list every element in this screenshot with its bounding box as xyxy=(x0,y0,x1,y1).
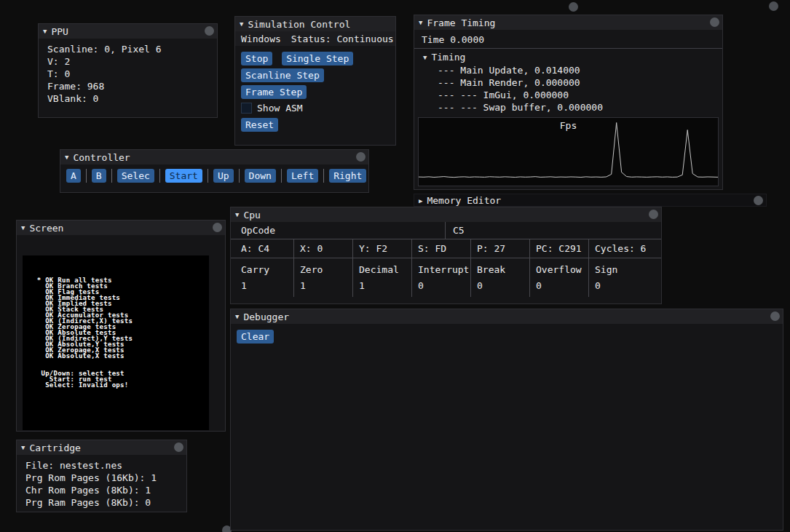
debugger-window: ▼ Debugger Clear xyxy=(230,309,783,531)
timing-item: --- Main Update, 0.014000 xyxy=(414,64,722,76)
scanline-step-button[interactable]: Scanline Step xyxy=(241,68,324,82)
screen-titlebar[interactable]: ▼ Screen xyxy=(17,221,225,235)
controller-select-button[interactable]: Selec xyxy=(117,169,154,183)
ppu-titlebar[interactable]: ▼ PPU xyxy=(39,24,217,39)
collapse-arrow-icon[interactable]: ▼ xyxy=(419,19,422,26)
controller-start-button[interactable]: Start xyxy=(165,169,202,183)
status-label: Status: Continuous xyxy=(291,33,394,44)
cartridge-titlebar[interactable]: ▼ Cartridge xyxy=(17,440,186,455)
flag-sign-value: 0 xyxy=(589,278,648,297)
simulation-control-window: ▼ Simulation Control Windows Status: Con… xyxy=(234,16,396,146)
register-pc: PC: C291 xyxy=(530,239,589,258)
flag-break-label: Break xyxy=(471,258,530,278)
show-asm-label: Show ASM xyxy=(257,103,303,114)
simulation-menubar: Windows Status: Continuous xyxy=(235,31,395,46)
controller-down-button[interactable]: Down xyxy=(245,169,276,183)
controller-left-button[interactable]: Left xyxy=(287,169,318,183)
frame-time-value: Time 0.0000 xyxy=(414,30,722,48)
screen-close-button[interactable] xyxy=(213,223,222,232)
simulation-control-titlebar[interactable]: ▼ Simulation Control xyxy=(235,17,395,31)
flag-overflow-value: 0 xyxy=(530,278,589,297)
collapse-arrow-icon[interactable]: ▼ xyxy=(21,444,25,451)
collapse-arrow-icon[interactable]: ▼ xyxy=(423,51,427,64)
ppu-window: ▼ PPU Scanline: 0, Pixel 6 V: 2 T: 0 Fra… xyxy=(38,23,218,118)
ppu-v-value: V: 2 xyxy=(39,55,217,68)
menu-windows[interactable]: Windows xyxy=(241,33,281,44)
stop-button[interactable]: Stop xyxy=(241,52,272,65)
emulator-screen-text: * OK Run all tests OK Branch tests OK Fl… xyxy=(33,277,133,388)
cartridge-chr-rom: Chr Rom Pages (8Kb): 1 xyxy=(17,484,186,496)
timing-item: --- --- Swap buffer, 0.000000 xyxy=(414,101,722,114)
frame-timing-close-button[interactable] xyxy=(710,17,719,27)
desktop: ▼ PPU Scanline: 0, Pixel 6 V: 2 T: 0 Fra… xyxy=(0,0,790,532)
frame-step-button[interactable]: Frame Step xyxy=(241,85,307,99)
cpu-window: ▼ Cpu OpCode C5 A: C4 X: 0 Y: F2 S: FD P… xyxy=(230,207,662,304)
flag-carry-label: Carry xyxy=(235,258,294,278)
collapsed-window-button[interactable] xyxy=(569,2,578,12)
collapse-arrow-icon[interactable]: ▼ xyxy=(43,28,47,35)
ppu-vblank-value: VBlank: 0 xyxy=(39,92,217,105)
controller-b-button[interactable]: B xyxy=(92,169,106,183)
separator xyxy=(208,169,208,183)
collapse-arrow-icon[interactable]: ▼ xyxy=(240,20,243,28)
ppu-scanline-value: Scanline: 0, Pixel 6 xyxy=(39,43,217,55)
show-asm-checkbox[interactable] xyxy=(241,103,252,114)
ppu-t-value: T: 0 xyxy=(39,68,217,80)
controller-a-button[interactable]: A xyxy=(66,169,81,183)
single-step-button[interactable]: Single Step xyxy=(282,52,353,65)
cpu-titlebar[interactable]: ▼ Cpu xyxy=(231,207,661,222)
screen-window: ▼ Screen * OK Run all tests OK Branch te… xyxy=(16,220,226,432)
timing-node-label: Timing xyxy=(431,51,465,64)
emulator-screen: * OK Run all tests OK Branch tests OK Fl… xyxy=(23,255,209,430)
flag-sign-label: Sign xyxy=(589,258,648,278)
flag-decimal-label: Decimal xyxy=(353,258,412,278)
flag-zero-value: 1 xyxy=(294,278,353,297)
flag-interrupt-value: 0 xyxy=(412,278,471,297)
debugger-close-button[interactable] xyxy=(770,311,780,321)
memory-editor-titlebar[interactable]: ▶ Memory Editor xyxy=(414,194,766,207)
ppu-close-button[interactable] xyxy=(205,26,214,36)
register-s: S: FD xyxy=(412,239,471,258)
simulation-control-title: Simulation Control xyxy=(248,19,350,30)
separator xyxy=(414,48,722,49)
flag-interrupt-label: Interrupt xyxy=(412,258,471,278)
cartridge-prg-rom: Prg Rom Pages (16Kb): 1 xyxy=(17,472,186,484)
collapse-arrow-icon[interactable]: ▼ xyxy=(235,211,239,218)
collapse-arrow-icon[interactable]: ▼ xyxy=(65,154,68,161)
controller-window: ▼ Controller A B Selec Start Up Down Lef… xyxy=(60,149,369,193)
cartridge-file: File: nestest.nes xyxy=(17,459,186,472)
cpu-title: Cpu xyxy=(243,210,260,221)
separator xyxy=(239,169,240,183)
collapsed-window-button[interactable] xyxy=(769,1,778,11)
controller-up-button[interactable]: Up xyxy=(213,169,234,183)
timing-tree-node[interactable]: ▼ Timing xyxy=(414,51,722,64)
debugger-titlebar[interactable]: ▼ Debugger xyxy=(231,309,783,324)
cartridge-window: ▼ Cartridge File: nestest.nes Prg Rom Pa… xyxy=(16,440,187,512)
collapse-arrow-icon[interactable]: ▼ xyxy=(235,313,239,320)
controller-right-button[interactable]: Right xyxy=(329,169,366,183)
cpu-close-button[interactable] xyxy=(649,210,658,219)
fps-plot: Fps xyxy=(418,117,719,186)
memory-editor-title: Memory Editor xyxy=(427,195,501,206)
cartridge-close-button[interactable] xyxy=(174,442,183,452)
flag-decimal-value: 1 xyxy=(353,278,412,297)
register-y: Y: F2 xyxy=(353,239,412,258)
controller-title: Controller xyxy=(73,152,130,163)
flag-carry-value: 1 xyxy=(235,278,294,297)
collapse-arrow-icon[interactable]: ▶ xyxy=(419,197,422,205)
separator xyxy=(111,169,112,183)
reset-button[interactable]: Reset xyxy=(241,118,278,132)
clear-button[interactable]: Clear xyxy=(237,330,274,344)
frame-timing-titlebar[interactable]: ▼ Frame Timing xyxy=(414,15,722,30)
fps-plot-label: Fps xyxy=(560,120,577,131)
collapse-arrow-icon[interactable]: ▼ xyxy=(21,224,25,231)
separator xyxy=(281,169,282,183)
flag-overflow-label: Overflow xyxy=(530,258,589,278)
screen-title: Screen xyxy=(29,223,63,234)
controller-titlebar[interactable]: ▼ Controller xyxy=(60,150,368,164)
controller-close-button[interactable] xyxy=(356,152,366,162)
frame-timing-title: Frame Timing xyxy=(427,17,495,28)
timing-item: --- --- ImGui, 0.000000 xyxy=(414,89,722,101)
memory-editor-close-button[interactable] xyxy=(754,196,763,205)
timing-item: --- Main Render, 0.000000 xyxy=(414,76,722,89)
